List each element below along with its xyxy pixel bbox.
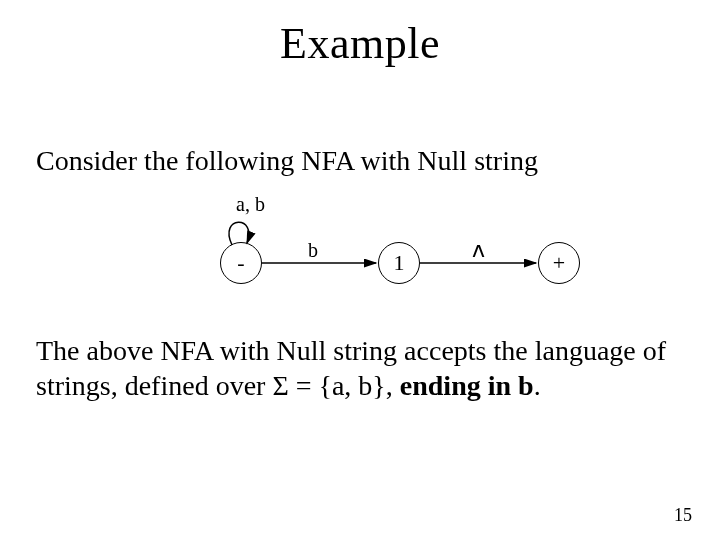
trans-b-label: b [308, 239, 318, 262]
diagram-svg [0, 193, 720, 313]
intro-text: Consider the following NFA with Null str… [36, 145, 684, 177]
page-title: Example [0, 18, 720, 69]
state-one: 1 [378, 242, 420, 284]
nfa-diagram: a, b - 1 + b ʌ [0, 193, 720, 313]
conclusion-bold: ending in b [400, 370, 534, 401]
trans-lambda-label: ʌ [472, 237, 485, 263]
conclusion-part2: . [534, 370, 541, 401]
state-plus: + [538, 242, 580, 284]
page-number: 15 [674, 505, 692, 526]
conclusion-text: The above NFA with Null string accepts t… [36, 333, 684, 403]
conclusion-part1: The above NFA with Null string accepts t… [36, 335, 666, 401]
state-minus: - [220, 242, 262, 284]
